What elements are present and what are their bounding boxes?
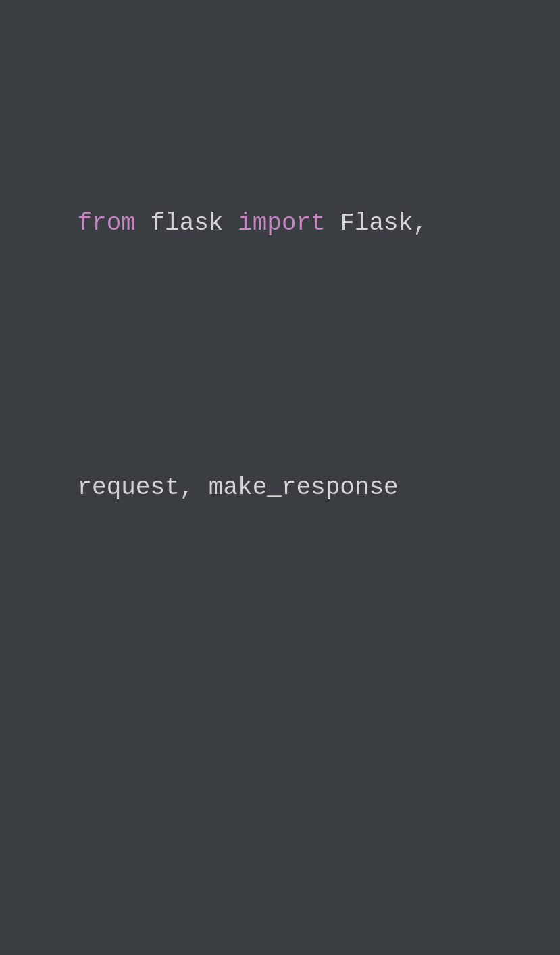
keyword-import: import — [238, 210, 326, 237]
plain-text: request, make_response — [77, 474, 398, 501]
plain-text: Flask, — [326, 210, 428, 237]
code-line-blank — [19, 808, 541, 846]
code-line-1: from flask import Flask, — [19, 167, 541, 280]
code-block: from flask import Flask, request, make_r… — [19, 16, 541, 955]
keyword-from: from — [77, 210, 135, 237]
plain-text: flask — [136, 210, 238, 237]
code-line-blank — [19, 695, 541, 733]
code-line-2: request, make_response — [19, 431, 541, 544]
